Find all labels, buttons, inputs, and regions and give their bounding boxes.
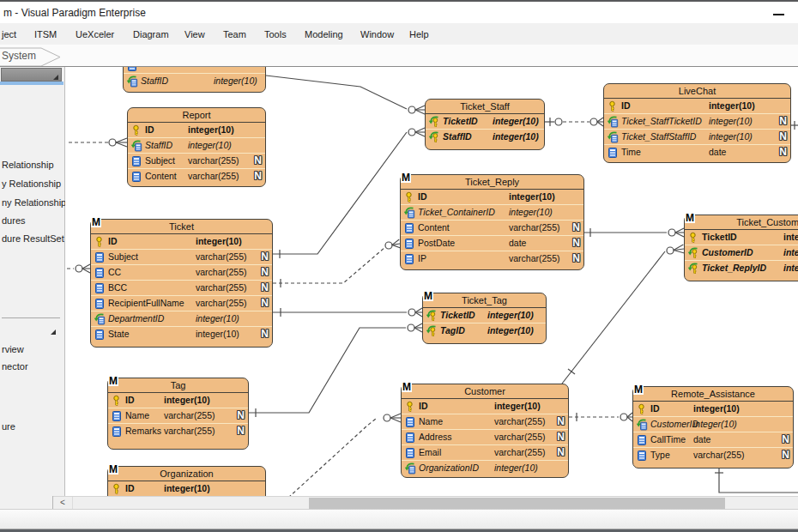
entity-column-row[interactable]: PostDatedateN xyxy=(401,235,583,251)
entity-column-row[interactable]: IDinteger(10) xyxy=(633,402,793,416)
palette-item[interactable]: nector xyxy=(2,361,28,372)
menu-item-tools[interactable]: Tools xyxy=(264,29,287,39)
entity-column-row[interactable]: TicketIDinteger(10) xyxy=(423,308,546,323)
menu-item-help[interactable]: Help xyxy=(409,29,429,39)
entity-column-row[interactable]: IDinteger(10) xyxy=(604,99,790,113)
palette-item[interactable]: Relationship xyxy=(2,160,54,170)
entity-column-row[interactable]: StaffIDinteger(10) xyxy=(426,129,544,144)
column-icon xyxy=(126,67,138,72)
entity-organization[interactable]: OrganizationIDinteger(10)M xyxy=(107,466,266,496)
entity-column-row[interactable]: CustomerIDinteger(10) xyxy=(633,416,793,432)
entity-column-row[interactable]: IDinteger(10) xyxy=(108,481,265,496)
entity-column-row[interactable]: Stateinteger(10)N xyxy=(91,326,272,342)
entity-column-row[interactable]: Subjectvarchar(255)N xyxy=(128,153,265,168)
entity-remote_assistance[interactable]: Remote_AssistanceIDinteger(10)CustomerID… xyxy=(632,386,794,469)
entity-column-row[interactable]: OrganizationIDinteger(10) xyxy=(402,460,568,475)
menu-item-uexceler[interactable]: UeXceler xyxy=(76,29,114,39)
menu-item-diagram[interactable]: Diagram xyxy=(133,29,169,39)
entity-column-row[interactable]: IDinteger(10) xyxy=(402,399,568,414)
palette-item[interactable]: rview xyxy=(2,344,24,354)
menu-item-view[interactable]: View xyxy=(184,29,205,39)
column-name: RecipientFullName xyxy=(108,296,184,311)
entity-ticket_staff[interactable]: Ticket_StaffTicketIDinteger(10)StaffIDin… xyxy=(425,99,545,150)
entity-column-row[interactable]: TimedateN xyxy=(604,144,790,160)
entity-ticket_reply[interactable]: Ticket_ReplyIDinteger(10)Ticket_Containe… xyxy=(400,174,584,270)
entity-column-row[interactable]: CallTimedateN xyxy=(633,432,793,447)
entity-column-row[interactable]: Addressvarchar(255)N xyxy=(402,429,568,444)
connector-livechat-right[interactable] xyxy=(791,121,798,130)
entity-column-row[interactable]: TicketIDinteger(10) xyxy=(685,230,798,245)
entity-column-row[interactable]: TicketIDinteger(10) xyxy=(426,114,544,129)
menu-item-team[interactable]: Team xyxy=(223,29,246,39)
scroll-left-arrow-icon[interactable]: < xyxy=(53,497,73,509)
entity-column-row[interactable]: TagIDinteger(10) xyxy=(423,323,546,338)
column-type: integer(10) xyxy=(783,245,798,260)
entity-column-row[interactable]: Ticket_StaffStaffIDinteger(10)N xyxy=(604,129,790,144)
entity-column-row[interactable]: IPvarchar(255)N xyxy=(401,251,583,266)
palette-item[interactable]: ure xyxy=(2,421,15,432)
palette-item[interactable]: dures xyxy=(2,215,26,226)
entity-column-row[interactable] xyxy=(124,67,265,73)
entity-column-row[interactable]: Ticket_ContainerIDinteger(10) xyxy=(401,204,583,220)
entity-ticket_customer[interactable]: Ticket_CustomerTicketIDinteger(10)Custom… xyxy=(684,215,798,281)
nullable-icon: N xyxy=(779,114,787,129)
menu-item-itsm[interactable]: ITSM xyxy=(34,29,57,39)
connector-ticket-ticket_reply[interactable] xyxy=(273,239,401,287)
entity-report[interactable]: ReportIDinteger(10)StaffIDinteger(10)Sub… xyxy=(127,107,266,187)
entity-column-row[interactable]: Namevarchar(255)N xyxy=(402,414,568,429)
entity-column-row[interactable]: Contentvarchar(255)N xyxy=(401,220,583,235)
menu-item-modeling[interactable]: Modeling xyxy=(305,29,343,39)
palette-item[interactable]: ny Relationship xyxy=(2,197,66,208)
menu-item-ject[interactable]: ject xyxy=(2,29,16,39)
connector-staff-ticket_staff[interactable] xyxy=(266,76,425,114)
connector-organization-customer[interactable] xyxy=(288,414,401,496)
entity-column-row[interactable]: Namevarchar(255)N xyxy=(108,408,248,423)
minimize-icon[interactable] xyxy=(773,14,784,15)
entity-column-row[interactable]: StaffIDinteger(10) xyxy=(128,137,265,153)
connector-ticket_staff-livechat[interactable] xyxy=(545,118,603,126)
entity-column-row[interactable]: BCCvarchar(255)N xyxy=(91,280,272,295)
entity-column-row[interactable]: Subjectvarchar(255)N xyxy=(91,249,272,264)
diagram-canvas[interactable]: StaffIDinteger(10)ReportIDinteger(10)Sta… xyxy=(65,67,798,496)
entity-column-row[interactable]: Ticket_StaffTicketIDinteger(10)N xyxy=(604,113,790,129)
entity-column-row[interactable]: RecipientFullNamevarchar(255)N xyxy=(91,295,272,311)
tab-system[interactable]: System xyxy=(2,50,36,62)
entity-column-row[interactable]: IDinteger(10) xyxy=(91,234,272,249)
column-name: CustomerID xyxy=(650,417,698,432)
connector-customer-remote_assistance[interactable] xyxy=(569,413,632,421)
nullable-icon: N xyxy=(572,251,580,266)
entity-column-row[interactable]: CCvarchar(255)N xyxy=(91,264,272,280)
connector-report-left[interactable] xyxy=(69,138,127,147)
entity-column-row[interactable]: IDinteger(10) xyxy=(128,123,265,137)
entity-column-row[interactable]: IDinteger(10) xyxy=(108,393,248,408)
entity-ticket_tag[interactable]: Ticket_TagTicketIDinteger(10)TagIDintege… xyxy=(422,293,547,344)
connector-ticket_reply-ticket_customer[interactable] xyxy=(584,228,684,237)
connector-tag-ticket_tag[interactable] xyxy=(249,323,422,417)
menu-item-window[interactable]: Window xyxy=(360,29,394,39)
model-indicator: M xyxy=(91,217,101,227)
column-type: integer(10) xyxy=(196,234,242,249)
connector-ticket-left[interactable] xyxy=(67,264,90,273)
column-type: integer(10) xyxy=(509,205,553,220)
entity-column-row[interactable]: Contentvarchar(255)N xyxy=(128,168,265,184)
entity-partial[interactable]: StaffIDinteger(10) xyxy=(123,67,266,93)
entity-column-row[interactable]: CustomerIDinteger(10) xyxy=(685,245,798,260)
horizontal-scrollbar[interactable]: < xyxy=(53,496,798,509)
entity-column-row[interactable]: DepartmentIDinteger(10) xyxy=(91,311,272,326)
entity-column-row[interactable]: Typevarchar(255)N xyxy=(633,447,793,462)
scrollbar-thumb[interactable] xyxy=(309,498,725,509)
column-name: Type xyxy=(650,448,670,462)
entity-customer[interactable]: CustomerIDinteger(10)Namevarchar(255)NAd… xyxy=(401,384,569,478)
entity-livechat[interactable]: LiveChatIDinteger(10)Ticket_StaffTicketI… xyxy=(603,83,791,163)
entity-column-row[interactable]: Remarksvarchar(255)N xyxy=(108,423,248,438)
entity-ticket[interactable]: TicketIDinteger(10)Subjectvarchar(255)NC… xyxy=(90,219,273,348)
entity-tag[interactable]: TagIDinteger(10)Namevarchar(255)NRemarks… xyxy=(107,378,249,450)
entity-column-row[interactable]: IDinteger(10) xyxy=(401,190,583,204)
palette-item[interactable]: dure ResultSet xyxy=(2,233,64,244)
entity-column-row[interactable]: Ticket_ReplyIDinteger(10) xyxy=(685,260,798,275)
connector-ticket-ticket_tag[interactable] xyxy=(273,308,422,317)
palette-item[interactable]: y Relationship xyxy=(2,178,61,189)
entity-column-row[interactable]: Emailvarchar(255)N xyxy=(402,444,568,460)
column-name: StaffID xyxy=(443,130,472,144)
entity-column-row[interactable]: StaffIDinteger(10) xyxy=(124,73,265,88)
